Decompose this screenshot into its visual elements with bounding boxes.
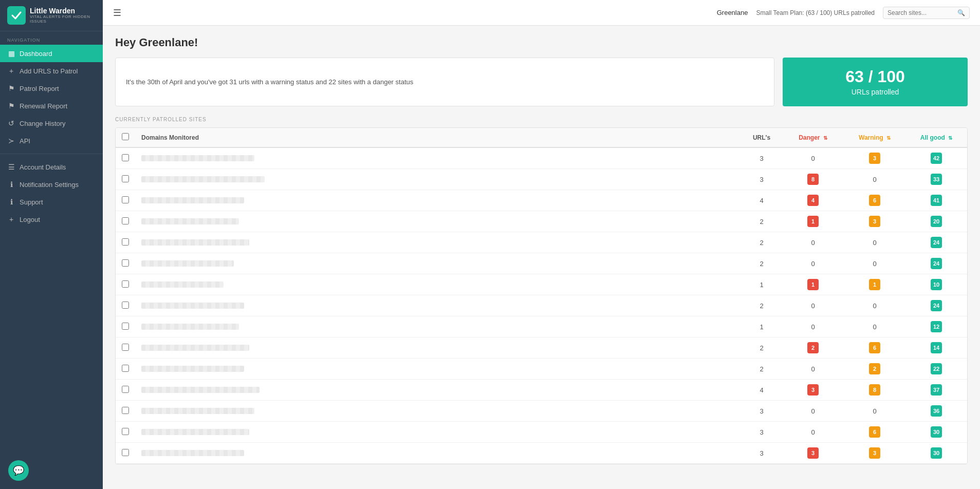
danger-badge: 3 (807, 384, 819, 396)
sidebar-item-api[interactable]: ≻ API (0, 132, 103, 149)
row-checkbox[interactable] (122, 323, 129, 330)
stats-number: 63 / 100 (845, 68, 905, 86)
row-checkbox[interactable] (122, 259, 129, 267)
domain-cell[interactable] (135, 443, 741, 464)
main-area: ☰ Greenlane Small Team Plan: (63 / 100) … (103, 0, 980, 489)
sidebar-item-support[interactable]: ℹ Support (0, 193, 103, 211)
sidebar-item-label: Logout (20, 216, 40, 223)
dashboard-icon: ▦ (7, 49, 15, 58)
table-row: 30036 (116, 401, 967, 422)
warning-badge: 3 (869, 153, 880, 164)
danger-sort-icon: ⇅ (823, 135, 827, 141)
sidebar-item-logout[interactable]: + Logout (0, 211, 103, 228)
table-row: 20024 (116, 232, 967, 253)
plan-info: Small Team Plan: (63 / 100) URLs patroll… (756, 9, 875, 16)
col-header-warning[interactable]: Warning ⇅ (844, 128, 905, 147)
allgood-cell: 24 (905, 232, 967, 253)
warning-badge: 1 (869, 279, 880, 290)
account-name: Greenlane (717, 9, 748, 16)
select-all-checkbox[interactable] (122, 133, 129, 140)
domain-blur (141, 408, 254, 414)
search-input[interactable] (887, 9, 954, 16)
sidebar-item-add-urls[interactable]: + Add URLS to Patrol (0, 62, 103, 80)
domain-cell[interactable] (135, 295, 741, 316)
domain-cell[interactable] (135, 274, 741, 295)
search-box: 🔍 (883, 7, 970, 19)
allgood-badge: 41 (931, 195, 942, 206)
domain-cell[interactable] (135, 359, 741, 380)
sidebar-item-dashboard[interactable]: ▦ Dashboard (0, 45, 103, 62)
row-checkbox[interactable] (122, 217, 129, 224)
allgood-badge: 20 (931, 216, 942, 227)
domain-cell[interactable] (135, 190, 741, 211)
logout-icon: + (7, 215, 15, 223)
row-checkbox[interactable] (122, 302, 129, 309)
chat-button[interactable]: 💬 (8, 460, 29, 481)
top-row: It's the 30th of April and you've got 31… (115, 58, 968, 106)
allgood-badge: 36 (931, 405, 942, 417)
danger-cell: 4 (782, 190, 844, 211)
domain-blur (141, 324, 239, 330)
sidebar-item-change-history[interactable]: ↺ Change History (0, 115, 103, 132)
row-checkbox[interactable] (122, 175, 129, 182)
domain-blur (141, 450, 244, 456)
row-checkbox[interactable] (122, 196, 129, 203)
domain-blur (141, 239, 249, 246)
sidebar-item-label: Support (20, 198, 43, 206)
sidebar-item-label: Dashboard (20, 50, 52, 58)
urls-cell: 3 (741, 169, 782, 190)
sidebar-item-patrol-report[interactable]: ⚑ Patrol Report (0, 80, 103, 97)
domain-cell[interactable] (135, 211, 741, 232)
row-checkbox[interactable] (122, 365, 129, 372)
col-header-allgood[interactable]: All good ⇅ (905, 128, 967, 147)
hamburger-button[interactable]: ☰ (113, 7, 121, 18)
warning-badge: 3 (869, 447, 880, 459)
warning-cell: 0 (844, 232, 905, 253)
row-checkbox[interactable] (122, 280, 129, 288)
allgood-cell: 30 (905, 422, 967, 443)
sidebar-item-account-details[interactable]: ☰ Account Details (0, 158, 103, 176)
domain-cell[interactable] (135, 337, 741, 359)
row-checkbox[interactable] (122, 386, 129, 393)
warning-cell: 0 (844, 295, 905, 316)
urls-cell: 3 (741, 147, 782, 169)
col-header-danger[interactable]: Danger ⇅ (782, 128, 844, 147)
row-checkbox[interactable] (122, 449, 129, 456)
domain-cell[interactable] (135, 380, 741, 401)
row-checkbox[interactable] (122, 428, 129, 435)
urls-cell: 2 (741, 232, 782, 253)
warning-sort-icon: ⇅ (886, 135, 891, 141)
allgood-badge: 24 (931, 237, 942, 248)
danger-cell: 3 (782, 380, 844, 401)
danger-cell: 0 (782, 422, 844, 443)
domain-cell[interactable] (135, 169, 741, 190)
urls-cell: 2 (741, 295, 782, 316)
notice-box: It's the 30th of April and you've got 31… (115, 58, 774, 106)
warning-badge: 2 (869, 363, 880, 374)
sidebar-item-renewal-report[interactable]: ⚑ Renewal Report (0, 97, 103, 115)
allgood-badge: 37 (931, 384, 942, 396)
row-checkbox[interactable] (122, 344, 129, 351)
row-checkbox[interactable] (122, 407, 129, 414)
domain-cell[interactable] (135, 147, 741, 169)
domain-cell[interactable] (135, 401, 741, 422)
support-icon: ℹ (7, 198, 15, 206)
warning-cell: 6 (844, 190, 905, 211)
table-row: 38033 (116, 169, 967, 190)
row-checkbox[interactable] (122, 238, 129, 246)
table-body: 3034238033446412132020024200241111020024… (116, 147, 967, 464)
domain-cell[interactable] (135, 253, 741, 274)
row-checkbox[interactable] (122, 154, 129, 161)
page-content: Hey Greenlane! It's the 30th of April an… (103, 26, 980, 489)
allgood-badge: 22 (931, 363, 942, 374)
urls-cell: 2 (741, 253, 782, 274)
allgood-badge: 24 (931, 300, 942, 311)
domain-cell[interactable] (135, 232, 741, 253)
danger-cell: 0 (782, 295, 844, 316)
section-label: CURRENTLY PATROLLED SITES (115, 117, 968, 122)
domain-cell[interactable] (135, 316, 741, 337)
notice-text: It's the 30th of April and you've got 31… (126, 78, 413, 86)
sidebar-item-notification-settings[interactable]: ℹ Notification Settings (0, 176, 103, 193)
domain-cell[interactable] (135, 422, 741, 443)
danger-cell: 3 (782, 443, 844, 464)
